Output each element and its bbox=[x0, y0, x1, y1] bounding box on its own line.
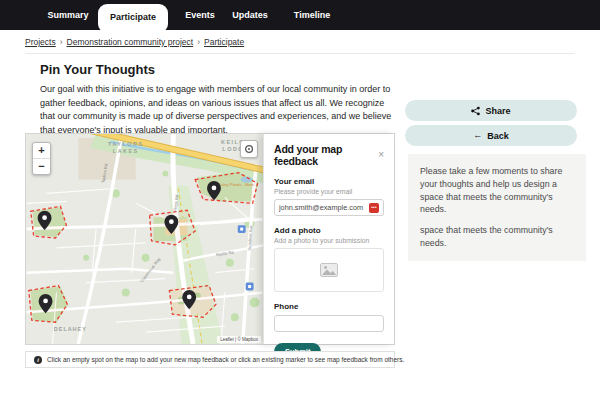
locate-button[interactable] bbox=[240, 140, 258, 158]
breadcrumb-separator: › bbox=[60, 37, 63, 47]
sidebar-note-paragraph: Please take a few moments to share your … bbox=[420, 165, 574, 216]
zoom-out-button[interactable]: − bbox=[33, 159, 50, 174]
top-nav: Summary Participate Events Updates Timel… bbox=[0, 0, 600, 30]
map-container[interactable]: TAYLORS LAKES KEILOR LODGE DELAHEY Kings… bbox=[25, 133, 395, 345]
breadcrumb-link-project[interactable]: Demonstration community project bbox=[67, 37, 194, 47]
breadcrumb-link-participate[interactable]: Participate bbox=[204, 37, 244, 47]
intro-text: Our goal with this initiative is to enga… bbox=[40, 83, 392, 137]
email-field[interactable] bbox=[279, 203, 369, 212]
info-bar-text: Click an empty spot on the map to add yo… bbox=[47, 356, 404, 363]
svg-text:LAKES: LAKES bbox=[113, 148, 139, 154]
breadcrumb-separator: › bbox=[197, 37, 200, 47]
info-bar: i Click an empty spot on the map to add … bbox=[25, 351, 395, 368]
email-field-wrap bbox=[274, 199, 384, 216]
close-icon[interactable]: × bbox=[378, 150, 384, 160]
locate-icon bbox=[244, 144, 254, 154]
tab-participate[interactable]: Participate bbox=[98, 4, 168, 33]
back-button[interactable]: ← Back bbox=[405, 125, 577, 146]
phone-field[interactable] bbox=[279, 319, 379, 328]
share-button[interactable]: Share bbox=[405, 100, 577, 121]
sidebar-note: Please take a few moments to share your … bbox=[408, 154, 586, 261]
breadcrumb: Projects›Demonstration community project… bbox=[25, 37, 244, 47]
feedback-panel-title: Add your map feedback bbox=[274, 143, 378, 167]
map-poi-label: Caley Ponds - Brim... bbox=[218, 182, 257, 187]
sidebar-note-paragraph: space that meets the community's needs. bbox=[420, 224, 574, 250]
tab-summary[interactable]: Summary bbox=[44, 0, 92, 30]
tab-timeline[interactable]: Timeline bbox=[286, 0, 338, 30]
svg-text:DELAHEY: DELAHEY bbox=[54, 326, 87, 332]
email-helper: Please provide your email bbox=[274, 188, 384, 195]
share-icon bbox=[471, 106, 480, 116]
photo-upload-area[interactable] bbox=[274, 248, 384, 292]
photo-label: Add a photo bbox=[274, 226, 384, 235]
tab-updates[interactable]: Updates bbox=[224, 0, 276, 30]
breadcrumb-link-projects[interactable]: Projects bbox=[25, 37, 56, 47]
share-button-label: Share bbox=[485, 106, 510, 116]
svg-text:TAYLORS: TAYLORS bbox=[108, 141, 143, 147]
email-label: Your email bbox=[274, 177, 384, 186]
phone-field-wrap bbox=[274, 315, 384, 332]
map-attribution: Leaflet | © Mapbox bbox=[217, 336, 261, 343]
map-zoom-control: + − bbox=[32, 142, 51, 175]
zoom-in-button[interactable]: + bbox=[33, 143, 50, 159]
back-arrow-icon: ← bbox=[473, 131, 482, 140]
image-placeholder-icon bbox=[320, 263, 338, 277]
page-title: Pin Your Thoughts bbox=[40, 62, 155, 77]
info-icon: i bbox=[34, 356, 42, 364]
back-button-label: Back bbox=[487, 131, 509, 141]
divider bbox=[25, 53, 575, 54]
feedback-panel: Add your map feedback × Your email Pleas… bbox=[263, 134, 394, 344]
phone-label: Phone bbox=[274, 302, 384, 311]
tab-events[interactable]: Events bbox=[176, 0, 224, 30]
photo-helper: Add a photo to your submission bbox=[274, 237, 384, 244]
password-manager-icon[interactable] bbox=[369, 203, 379, 213]
